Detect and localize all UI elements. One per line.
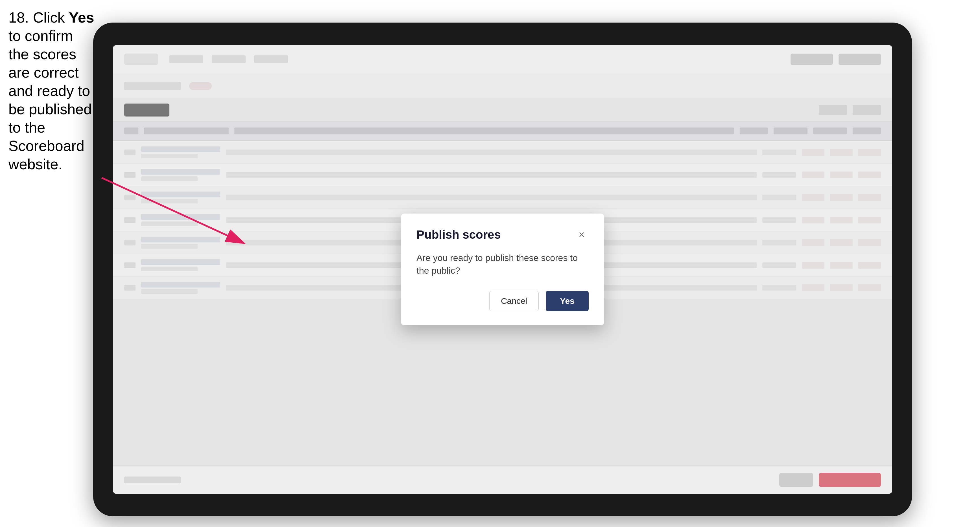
instruction-bold: Yes — [69, 9, 94, 26]
modal-cancel-button[interactable]: Cancel — [489, 291, 539, 311]
instruction-suffix: to confirm the scores are correct and re… — [8, 28, 92, 172]
instruction-prefix: Click — [33, 9, 69, 26]
modal-yes-button[interactable]: Yes — [546, 291, 589, 311]
modal-body: Are you ready to publish these scores to… — [417, 252, 589, 277]
modal-footer: Cancel Yes — [417, 291, 589, 311]
modal-header: Publish scores × — [417, 228, 589, 242]
modal-dialog: Publish scores × Are you ready to publis… — [401, 214, 604, 325]
step-number: 18. — [8, 9, 29, 26]
modal-overlay: Publish scores × Are you ready to publis… — [113, 45, 892, 494]
tablet-device: Publish scores × Are you ready to publis… — [93, 22, 912, 516]
instruction-text: 18. Click Yes to confirm the scores are … — [8, 8, 96, 173]
modal-message: Are you ready to publish these scores to… — [417, 252, 589, 277]
modal-title: Publish scores — [417, 228, 501, 241]
modal-close-button[interactable]: × — [574, 228, 589, 242]
tablet-screen: Publish scores × Are you ready to publis… — [113, 45, 892, 494]
